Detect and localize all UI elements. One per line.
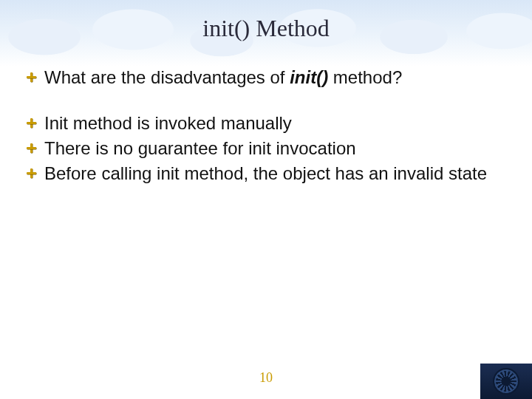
bullet-text: What are the disadvantages of init() met… [44, 66, 505, 89]
slide-title: init() Method [0, 15, 532, 42]
plus-bullet-icon [27, 168, 37, 179]
question-pre: What are the disadvantages of [44, 67, 290, 87]
plus-bullet-icon [27, 72, 37, 83]
spacer [27, 92, 505, 112]
bullet-text: There is no guarantee for init invocatio… [44, 137, 505, 160]
bullet-text: Init method is invoked manually [44, 112, 505, 134]
bullet-text: Before calling init method, the object h… [44, 163, 505, 185]
bullet-item: Init method is invoked manually [27, 112, 505, 134]
bullet-question: What are the disadvantages of init() met… [27, 66, 505, 89]
seal-icon [493, 368, 519, 395]
plus-bullet-icon [27, 143, 37, 154]
page-number: 10 [0, 370, 532, 386]
slide-content: What are the disadvantages of init() met… [27, 66, 505, 188]
question-post: method? [328, 67, 402, 87]
plus-bullet-icon [27, 118, 37, 129]
question-emph: init() [290, 67, 328, 87]
bullet-item: Before calling init method, the object h… [27, 163, 505, 185]
bullet-item: There is no guarantee for init invocatio… [27, 137, 505, 160]
footer-logo-bar [480, 364, 532, 399]
